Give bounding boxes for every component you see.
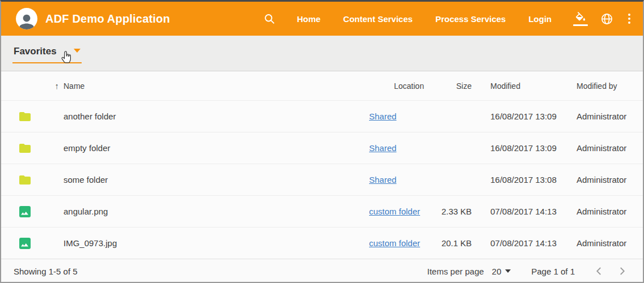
favorites-dropdown[interactable]: Favorites: [12, 46, 82, 63]
file-modified-by: Administrator: [577, 143, 643, 153]
table-row[interactable]: another folder Shared 16/08/2017 13:09 A…: [1, 100, 643, 132]
showing-count: Showing 1-5 of 5: [14, 267, 78, 276]
folder-icon: [18, 142, 32, 155]
file-modified: 16/08/2017 13:09: [490, 112, 577, 121]
items-per-page-label: Items per page: [427, 267, 484, 276]
image-file-icon: [18, 205, 32, 218]
file-name: empty folder: [63, 143, 369, 153]
user-avatar[interactable]: [16, 8, 37, 29]
column-header-size[interactable]: Size: [437, 82, 472, 91]
theme-color-fill-icon[interactable]: [573, 12, 588, 26]
table-row[interactable]: IMG_0973.jpg custom folder 20.1 KB 07/08…: [1, 227, 643, 259]
items-per-page-value: 20: [492, 267, 502, 276]
nav-process-services[interactable]: Process Services: [435, 14, 506, 24]
page-indicator: Page 1 of 1: [531, 267, 575, 276]
favorites-label: Favorites: [14, 46, 57, 57]
main-nav: Home Content Services Process Services L…: [297, 14, 552, 24]
app-header: ADF Demo Application Home Content Servic…: [1, 2, 643, 36]
table-header-row: ↑ Name Location Size Modified Modified b…: [1, 71, 643, 100]
table-row[interactable]: empty folder Shared 16/08/2017 13:09 Adm…: [1, 132, 643, 164]
folder-icon: [18, 110, 32, 123]
column-header-name[interactable]: Name: [63, 82, 369, 91]
image-file-icon: [18, 237, 32, 250]
column-header-modified-by[interactable]: Modified by: [577, 82, 643, 91]
nav-login[interactable]: Login: [528, 14, 552, 24]
document-list: ↑ Name Location Size Modified Modified b…: [1, 71, 643, 283]
table-row[interactable]: some folder Shared 16/08/2017 13:08 Admi…: [1, 164, 643, 195]
app-window: ADF Demo Application Home Content Servic…: [0, 0, 644, 283]
column-header-modified[interactable]: Modified: [490, 82, 577, 91]
previous-page-button[interactable]: [591, 263, 608, 280]
items-per-page-select[interactable]: 20: [492, 267, 511, 276]
file-modified: 07/08/2017 14:13: [490, 207, 577, 216]
app-title: ADF Demo Application: [45, 12, 170, 25]
file-modified-by: Administrator: [577, 238, 643, 248]
file-modified: 16/08/2017 13:09: [490, 143, 577, 153]
location-link[interactable]: Shared: [369, 175, 396, 185]
file-size: 20.1 KB: [437, 238, 472, 248]
folder-icon: [18, 173, 32, 187]
more-options-icon[interactable]: [626, 12, 633, 25]
file-modified-by: Administrator: [577, 207, 643, 216]
chevron-down-icon: [74, 49, 80, 53]
language-globe-icon[interactable]: [600, 12, 613, 25]
location-link[interactable]: Shared: [369, 112, 396, 121]
toolbar: Favorites: [1, 36, 643, 71]
next-page-button[interactable]: [613, 263, 630, 280]
chevron-down-icon: [505, 269, 511, 273]
location-link[interactable]: custom folder: [369, 207, 420, 216]
file-modified-by: Administrator: [577, 175, 643, 185]
column-header-location[interactable]: Location: [369, 82, 437, 91]
file-name: another folder: [63, 112, 369, 121]
file-name: IMG_0973.jpg: [63, 238, 369, 248]
table-row[interactable]: angular.png custom folder 2.33 KB 07/08/…: [1, 195, 643, 227]
nav-content-services[interactable]: Content Services: [343, 14, 413, 24]
search-icon[interactable]: [264, 13, 276, 25]
location-link[interactable]: Shared: [369, 143, 396, 153]
file-name: angular.png: [63, 207, 369, 216]
pagination-bar: Showing 1-5 of 5 Items per page 20 Page …: [1, 259, 643, 283]
file-size: 2.33 KB: [437, 207, 472, 216]
person-icon: [17, 12, 36, 29]
sort-ascending-icon[interactable]: ↑: [17, 81, 63, 91]
file-modified-by: Administrator: [577, 112, 643, 121]
file-modified: 07/08/2017 14:13: [490, 238, 577, 248]
file-name: some folder: [63, 175, 369, 185]
theme-underline: [573, 24, 588, 26]
file-modified: 16/08/2017 13:08: [490, 175, 577, 185]
location-link[interactable]: custom folder: [369, 238, 420, 248]
nav-home[interactable]: Home: [297, 14, 321, 24]
